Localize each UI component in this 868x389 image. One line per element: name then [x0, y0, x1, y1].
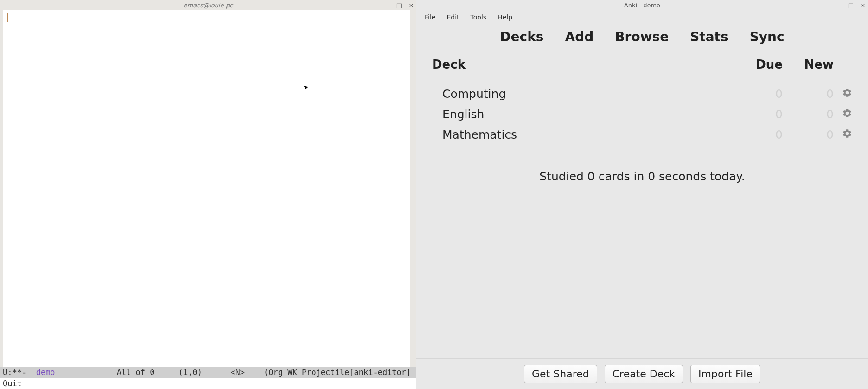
anki-body: Deck Due New Computing 0 0 English 0 0 M… — [416, 50, 868, 358]
deck-name[interactable]: English — [432, 108, 741, 121]
get-shared-button[interactable]: Get Shared — [524, 365, 597, 383]
gear-icon[interactable] — [842, 87, 852, 101]
modeline-modes: (Org WK Projectile[anki-editor] — [264, 368, 411, 377]
deck-row[interactable]: Computing 0 0 — [432, 83, 852, 104]
col-header-deck: Deck — [432, 57, 741, 71]
echo-text: Quit — [3, 379, 22, 388]
emacs-titlebar[interactable]: emacs@louie-pc – □ × — [0, 0, 416, 10]
gear-icon[interactable] — [842, 108, 852, 121]
col-header-new: New — [783, 57, 834, 71]
deck-row[interactable]: English 0 0 — [432, 104, 852, 124]
minimize-icon[interactable]: – — [383, 1, 391, 9]
deck-new: 0 — [783, 128, 834, 141]
emacs-window: emacs@louie-pc – □ × ➤ U:**- demo All of… — [0, 0, 416, 389]
emacs-title: emacs@louie-pc — [183, 2, 233, 9]
close-icon[interactable]: × — [407, 1, 415, 9]
tab-sync[interactable]: Sync — [750, 29, 785, 45]
modeline-state: <N> — [230, 368, 245, 377]
deck-due: 0 — [741, 128, 783, 141]
create-deck-button[interactable]: Create Deck — [605, 365, 683, 383]
tab-stats[interactable]: Stats — [690, 29, 728, 45]
minimize-icon[interactable]: – — [835, 1, 843, 9]
col-header-due: Due — [741, 57, 783, 71]
emacs-buffer[interactable]: ➤ — [3, 10, 416, 367]
menu-edit[interactable]: Edit — [447, 13, 459, 21]
anki-window: Anki - demo – □ × File Edit Tools Help D… — [416, 0, 868, 389]
tab-browse[interactable]: Browse — [615, 29, 669, 45]
emacs-echo-area[interactable]: Quit — [0, 378, 416, 389]
tab-decks[interactable]: Decks — [500, 29, 543, 45]
anki-titlebar[interactable]: Anki - demo – □ × — [416, 0, 868, 10]
menu-help[interactable]: Help — [498, 13, 512, 21]
import-file-button[interactable]: Import File — [690, 365, 760, 383]
anki-bottom-bar: Get Shared Create Deck Import File — [416, 358, 868, 389]
close-icon[interactable]: × — [859, 1, 867, 9]
emacs-modeline[interactable]: U:**- demo All of 0 (1,0) <N> (Org WK Pr… — [0, 367, 416, 378]
emacs-cursor — [4, 13, 8, 22]
deck-name[interactable]: Mathematics — [432, 128, 741, 141]
anki-toolbar: Decks Add Browse Stats Sync — [416, 24, 868, 50]
tab-add[interactable]: Add — [565, 29, 594, 45]
anki-menubar: File Edit Tools Help — [416, 10, 868, 24]
modeline-buffer: demo — [36, 368, 55, 377]
anki-title: Anki - demo — [624, 2, 660, 9]
deck-due: 0 — [741, 108, 783, 121]
menu-tools[interactable]: Tools — [471, 13, 487, 21]
deck-new: 0 — [783, 87, 834, 101]
mouse-pointer-icon: ➤ — [302, 83, 309, 91]
modeline-position: All of 0 — [117, 368, 155, 377]
maximize-icon[interactable]: □ — [847, 1, 855, 9]
maximize-icon[interactable]: □ — [395, 1, 403, 9]
deck-list-header: Deck Due New — [432, 57, 852, 71]
deck-row[interactable]: Mathematics 0 0 — [432, 124, 852, 145]
deck-due: 0 — [741, 87, 783, 101]
gear-icon[interactable] — [842, 128, 852, 141]
deck-new: 0 — [783, 108, 834, 121]
menu-file[interactable]: File — [425, 13, 435, 21]
study-status: Studied 0 cards in 0 seconds today. — [432, 170, 852, 183]
modeline-cursor: (1,0) — [179, 368, 202, 377]
deck-name[interactable]: Computing — [432, 87, 741, 101]
